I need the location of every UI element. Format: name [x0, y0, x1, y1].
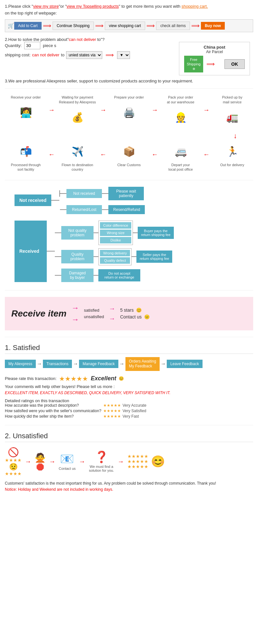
receive-results: 5 stars 😊 Contact us 😐 — [120, 308, 150, 319]
flow-icon-waiting: 💰 — [64, 106, 90, 128]
flow-step-pickup: Picked up bymail service 🚛 — [213, 95, 252, 128]
flow-arrow-6: → — [152, 151, 158, 159]
add-to-cart-button[interactable]: Add to Cart — [14, 22, 42, 30]
unsat-arrow-4: → — [118, 458, 124, 465]
not-received-outcome1: Please waitpatiently — [108, 187, 144, 200]
solution-label: We must find a solution for you. — [89, 465, 114, 472]
flow-label-depart: Depart yourlocal post office — [161, 163, 200, 172]
rating-row: Please rate this transaction: ★★★★★ Exce… — [5, 375, 253, 383]
damaged-sub: Damagedby buyer — [61, 269, 94, 282]
unsat-flow: 🚫 ★★★★ 😟 ★★★★ → 🙅 🛑 → 📧 Contact us → ❓ W… — [5, 447, 253, 476]
flow-icon-pack: 👷 — [168, 106, 194, 128]
unsat-arrow-3: → — [79, 458, 85, 465]
flow-top-row: Receive your order 👩‍💻 → Waiting for pay… — [5, 95, 253, 128]
flow-arrow-4: → — [203, 106, 210, 114]
shipping-label: shipping cost: — [5, 52, 31, 57]
stars-gold: ★★★★★ — [59, 375, 88, 383]
arrow-3: ⟹ — [146, 22, 155, 29]
flow-icon-depart: 🚐 — [168, 140, 194, 163]
flow-icon-receive: 👩‍💻 — [13, 101, 39, 124]
satisfied-section: 1. Satisfied My Aliexpress → Transaction… — [5, 344, 253, 419]
help-text: Your comments will help other buyers! Pl… — [5, 384, 253, 389]
section2-title: 2.How to solve the problem about"can not… — [5, 37, 253, 42]
wrong-size: Wrong size — [100, 230, 131, 236]
detail-stars-2: ★★★★★ — [103, 409, 121, 413]
check-all-button[interactable]: check all items — [156, 22, 190, 30]
receive-item-section: Receive item → → satisfied unsatisfied →… — [5, 297, 253, 330]
continue-shopping-button[interactable]: Continue Shopping — [53, 22, 94, 30]
flow-step-pack: Pack your orderat our warehouse 👷 — [161, 95, 200, 128]
view-store-link[interactable]: view my store — [33, 4, 59, 9]
unsat-icon-stop: 🙅 🛑 — [35, 452, 46, 471]
shipping-via-select[interactable]: unied states via — [66, 51, 102, 59]
nav-manage-feedback[interactable]: Manage Feedback — [79, 360, 118, 368]
nav-leave-feedback[interactable]: Leave Feedback — [167, 360, 203, 368]
buy-now-button[interactable]: Buy now — [201, 22, 225, 30]
nav-my-aliexpress[interactable]: My Aliexpress — [5, 360, 36, 368]
shipping-method-select[interactable]: ▼ — [117, 51, 130, 59]
happy-emoji: 😊 — [136, 308, 142, 313]
detail-label-1: How accurate was the product description… — [5, 403, 102, 408]
nav-arrow-2: → — [73, 361, 78, 367]
not-received-main: Not received — [15, 194, 51, 206]
not-received-outcome2: Resend/Refund — [108, 205, 145, 214]
satisfied-heading: 1. Satisfied — [5, 344, 253, 354]
flow-icon-flown: ✈️ — [64, 140, 90, 163]
section1-intro: 1.Please click "view my store"or "view m… — [5, 3, 253, 10]
flow-step-receive-order: Receive your order 👩‍💻 — [6, 95, 45, 124]
unsat-icon-no: 🚫 ★★★★ 😟 ★★★★ — [5, 447, 22, 476]
flow-step-waiting: Waiting for paymentReleased by Aliexpres… — [58, 95, 97, 128]
quantity-label: Quantity: — [5, 43, 22, 48]
detail-stars-1: ★★★★★ — [103, 403, 121, 408]
steps-bar: 🛒 Add to Cart ⟹ Continue Shopping ⟹ view… — [5, 19, 253, 32]
arrow-1: ⟹ — [43, 22, 51, 29]
seller-pays: Seller pays thereturn shipping fee — [136, 251, 172, 263]
flow-step-depart: 🚐 Depart yourlocal post office — [161, 140, 200, 174]
cant-deliver-text: can not deliver — [69, 37, 96, 42]
view-cart-button[interactable]: view shopping cart — [105, 22, 145, 30]
flow-icon-processed: 📬 — [13, 140, 39, 163]
unsat-stars-result: ★★★★★ ★★★★★ ★★★★★ 😊 — [127, 454, 165, 469]
quantity-input[interactable] — [24, 42, 40, 49]
flow-arrow-5: → — [203, 151, 210, 159]
flow-label-pickup: Picked up bymail service — [213, 95, 252, 104]
flow-icon-out-delivery: 🏃 — [219, 140, 245, 163]
result-contact: Contact us 😐 — [120, 314, 150, 319]
outcome-unsatisfied: unsatisfied — [84, 314, 104, 319]
detail-stars-3: ★★★★★ — [103, 414, 121, 419]
flow-down-arrow: ↓ — [5, 132, 237, 140]
flow-label-receive: Receive your order — [6, 95, 45, 99]
contact-us-label: Contact us — [120, 314, 142, 319]
detail-row-1: How accurate was the product description… — [5, 403, 253, 408]
flow-label-processed: Processed throughsort facility — [6, 163, 45, 172]
nav-transactions[interactable]: Transactions — [43, 360, 72, 368]
receive-outcomes: satisfied unsatisfied — [84, 308, 104, 319]
nav-arrow-4: → — [161, 361, 166, 367]
received-main: Received — [15, 221, 47, 282]
receive-item-title: Receive item — [11, 308, 66, 319]
unsat-arrow-2: → — [49, 458, 55, 465]
flow-arrow-8: → — [48, 151, 55, 159]
flow-icon-customs: 📦 — [116, 140, 142, 163]
section-1: 1.Please click "view my store"or "view m… — [5, 3, 253, 32]
air-parcel-label: Air Parcel — [184, 50, 245, 54]
result-arrow-1: → — [109, 305, 115, 312]
unsat-arrow-1: → — [25, 458, 31, 465]
section1-on-top: on the top right of webpage: — [5, 10, 253, 17]
excellent-emoji: 😊 — [119, 376, 124, 381]
flow-step-out-delivery: 🏃 Out for delivery — [213, 140, 252, 169]
detail-value-3: Very Fast — [123, 414, 139, 419]
flow-icon-pickup: 🚛 — [219, 106, 245, 128]
unsat-icon-question: ❓ We must find a solution for you. — [89, 450, 114, 472]
wrong-delivery: Wrong delivery — [100, 250, 130, 256]
view-topselling-link[interactable]: view my Topselling products — [67, 4, 119, 9]
ok-button[interactable]: OK — [224, 59, 245, 69]
flow-label-pack: Pack your orderat our warehouse — [161, 95, 200, 104]
receive-arrow-1: → — [71, 303, 79, 312]
nav-orders-awaiting[interactable]: Orders AwaitingMy Feedback — [125, 357, 160, 371]
arrow-shipping: ⟹ — [105, 52, 114, 59]
not-received-sub1: Not received — [66, 189, 102, 198]
flow-label-prepare: Prepare your order — [110, 95, 148, 99]
shipping-cant: can not deliver — [32, 52, 60, 57]
problem-flowchart: Not received Not received Please waitpat… — [5, 187, 253, 282]
